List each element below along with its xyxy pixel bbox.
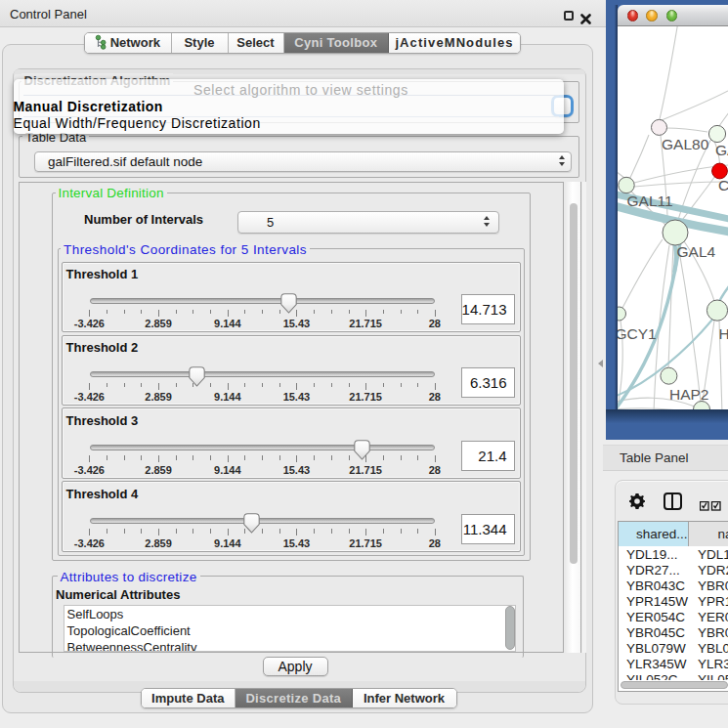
svg-text:GA: GA <box>715 142 728 158</box>
svg-text:GCY1: GCY1 <box>618 325 657 342</box>
svg-text:C: C <box>718 177 728 193</box>
svg-text:H: H <box>719 325 728 342</box>
svg-text:HAP2: HAP2 <box>669 386 709 403</box>
svg-text:GAL80: GAL80 <box>662 136 709 152</box>
svg-text:GAL4: GAL4 <box>677 243 716 260</box>
svg-text:GAL11: GAL11 <box>627 193 673 209</box>
